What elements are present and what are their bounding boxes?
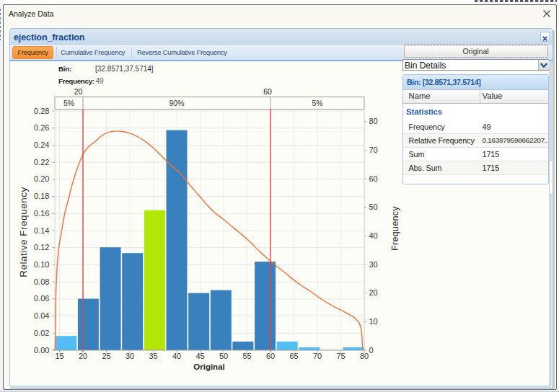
svg-text:45: 45 [195, 352, 204, 360]
svg-text:Relative Frequency: Relative Frequency [18, 187, 29, 277]
svg-text:49: 49 [96, 77, 105, 85]
svg-text:Frequency:: Frequency: [58, 77, 94, 85]
svg-text:Frequency: Frequency [390, 206, 400, 251]
svg-text:60: 60 [369, 174, 378, 183]
svg-text:0.22: 0.22 [34, 158, 49, 166]
svg-text:0.16: 0.16 [34, 209, 49, 218]
svg-text:80: 80 [360, 352, 369, 360]
svg-text:0.00: 0.00 [34, 346, 49, 355]
svg-text:[32.8571,37.5714]: [32.8571,37.5714] [95, 65, 154, 73]
svg-text:20: 20 [79, 352, 87, 360]
svg-text:Bin:: Bin: [58, 65, 71, 73]
svg-text:30: 30 [126, 352, 134, 360]
svg-text:0.08: 0.08 [34, 277, 49, 286]
svg-text:55: 55 [242, 352, 251, 360]
svg-text:80: 80 [369, 117, 378, 125]
svg-text:0.04: 0.04 [34, 311, 49, 320]
svg-text:0.18: 0.18 [34, 192, 49, 200]
svg-text:65: 65 [289, 352, 298, 360]
svg-text:25: 25 [102, 352, 110, 360]
svg-text:5%: 5% [63, 99, 74, 107]
svg-text:40: 40 [172, 352, 181, 360]
svg-text:0.02: 0.02 [34, 329, 49, 337]
svg-text:50: 50 [369, 202, 378, 211]
svg-text:75: 75 [336, 352, 345, 360]
svg-text:0.26: 0.26 [34, 123, 49, 132]
svg-text:0.28: 0.28 [34, 107, 49, 115]
svg-text:10: 10 [369, 317, 378, 326]
svg-text:0.24: 0.24 [34, 141, 49, 149]
svg-text:50: 50 [219, 352, 228, 360]
svg-text:Original: Original [193, 362, 224, 371]
svg-text:30: 30 [369, 260, 378, 269]
svg-text:70: 70 [313, 352, 322, 360]
svg-text:20: 20 [74, 87, 83, 96]
svg-text:20: 20 [369, 288, 378, 297]
svg-text:70: 70 [369, 146, 378, 154]
svg-text:0.06: 0.06 [34, 294, 49, 303]
svg-text:0.14: 0.14 [34, 226, 49, 235]
svg-text:0.12: 0.12 [34, 243, 49, 251]
svg-text:90%: 90% [169, 99, 184, 107]
svg-text:15: 15 [55, 352, 63, 360]
svg-text:0.20: 0.20 [34, 174, 49, 183]
svg-text:40: 40 [369, 231, 378, 240]
svg-text:35: 35 [149, 352, 157, 360]
svg-text:60: 60 [263, 87, 272, 96]
svg-text:0.10: 0.10 [34, 260, 49, 269]
svg-text:5%: 5% [312, 99, 322, 107]
svg-text:0: 0 [369, 346, 374, 355]
svg-text:60: 60 [266, 352, 275, 360]
